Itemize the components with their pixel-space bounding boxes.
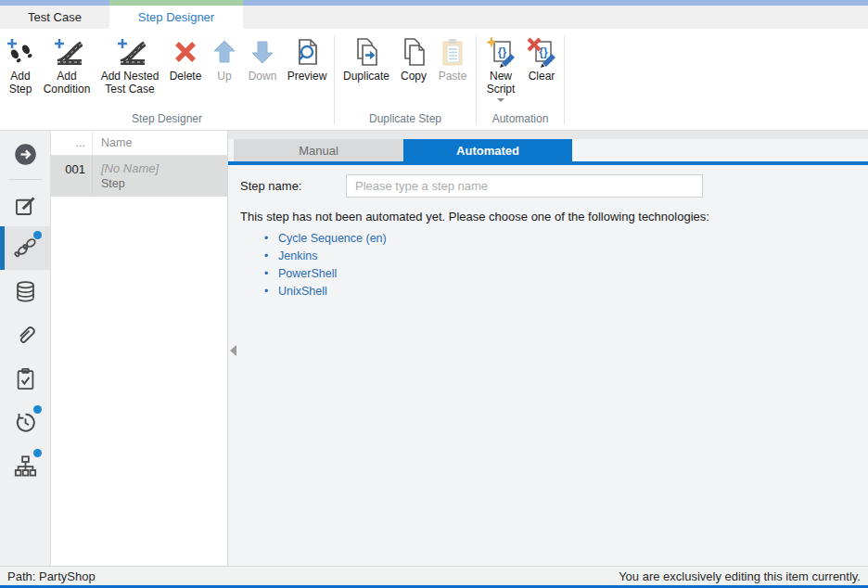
delete-label: Delete xyxy=(170,70,202,83)
content-pane: Manual Automated Step name: This step ha… xyxy=(228,131,868,566)
history-icon xyxy=(13,410,38,435)
list-item: • PowerShell xyxy=(264,267,868,280)
technology-link-unixshell[interactable]: UnixShell xyxy=(278,285,327,298)
add-step-label: Add Step xyxy=(3,70,38,96)
sidebar-item-checklist[interactable] xyxy=(0,357,50,401)
notification-badge xyxy=(33,449,42,457)
technology-link-powershell[interactable]: PowerShell xyxy=(278,267,337,280)
sidebar-item-navigate[interactable] xyxy=(0,131,50,177)
list-item: • Jenkins xyxy=(264,249,868,262)
delete-button[interactable]: Delete xyxy=(164,36,207,83)
new-script-label: New Script xyxy=(479,70,522,96)
content-tab-padding xyxy=(228,131,868,139)
notification-badge xyxy=(33,405,42,414)
step-list: ... Name 001 [No Name] Step xyxy=(51,131,228,566)
column-header-name[interactable]: Name xyxy=(93,131,227,155)
up-label: Up xyxy=(217,70,231,83)
magnifier-document-icon xyxy=(291,36,323,68)
clear-script-button[interactable]: {} Clear xyxy=(522,36,561,83)
sidebar-item-history[interactable] xyxy=(0,401,50,444)
red-x-icon xyxy=(170,36,201,68)
window-tab-row: Test Case Step Designer xyxy=(0,6,868,29)
arrow-down-icon xyxy=(247,36,278,68)
new-script-button[interactable]: {} New Script xyxy=(479,36,522,102)
copy-label: Copy xyxy=(401,70,427,83)
notification-badge xyxy=(33,231,42,239)
ribbon-group-label: Automation xyxy=(477,112,564,130)
ribbon-group-duplicate-step: Duplicate Copy xyxy=(335,29,476,130)
copy-documents-icon xyxy=(398,36,429,68)
add-step-button[interactable]: Add Step xyxy=(3,36,38,96)
footsteps-plus-icon xyxy=(5,36,36,68)
ribbon-group-automation: {} New Script {} xyxy=(477,29,564,130)
hierarchy-icon xyxy=(13,454,38,479)
branch-plus-icon xyxy=(51,36,83,68)
step-type-label: Step xyxy=(101,177,227,190)
sidebar-divider xyxy=(8,179,42,180)
left-sidebar xyxy=(0,131,51,566)
sidebar-item-edit[interactable] xyxy=(0,185,50,226)
down-label: Down xyxy=(249,70,277,83)
sidebar-item-data[interactable] xyxy=(0,270,50,313)
tab-automated[interactable]: Automated xyxy=(403,139,572,161)
script-clear-icon: {} xyxy=(526,36,557,68)
add-nested-test-case-label: Add Nested Test Case xyxy=(96,70,164,96)
ribbon-group-label: Duplicate Step xyxy=(335,112,476,130)
duplicate-label: Duplicate xyxy=(343,70,389,83)
add-nested-test-case-button[interactable]: Add Nested Test Case xyxy=(96,36,164,96)
step-name-placeholder-text: [No Name] xyxy=(101,161,227,175)
step-name-label: Step name: xyxy=(240,179,346,193)
clipboard-paste-icon xyxy=(437,36,468,68)
up-button: Up xyxy=(207,36,242,83)
status-edit-message: You are exclusively editing this item cu… xyxy=(619,569,861,583)
list-item: • UnixShell xyxy=(264,285,868,298)
ribbon-separator xyxy=(564,36,565,124)
duplicate-document-icon xyxy=(351,36,382,68)
ribbon-group-label: Step Designer xyxy=(0,112,334,130)
accent-underline xyxy=(228,161,868,165)
content-tab-row: Manual Automated xyxy=(228,139,868,161)
paste-label: Paste xyxy=(439,70,467,83)
footsteps-icon xyxy=(13,236,38,261)
step-name-input[interactable] xyxy=(346,174,703,198)
branch-plus-icon xyxy=(114,36,146,68)
arrow-circle-icon xyxy=(13,142,38,167)
arrow-up-icon xyxy=(209,36,240,68)
dropdown-arrow-icon[interactable] xyxy=(497,98,504,102)
bullet-icon: • xyxy=(264,249,278,262)
list-item: • Cycle Sequence (en) xyxy=(264,232,868,245)
automation-message: This step has not been automated yet. Pl… xyxy=(240,210,868,224)
ribbon: Add Step Add Condition xyxy=(0,29,868,131)
duplicate-button[interactable]: Duplicate xyxy=(338,36,395,83)
technology-link-jenkins[interactable]: Jenkins xyxy=(278,249,317,262)
sidebar-item-steps[interactable] xyxy=(0,226,50,270)
tab-test-case[interactable]: Test Case xyxy=(0,6,109,29)
paperclip-icon xyxy=(13,323,38,348)
tab-step-designer[interactable]: Step Designer xyxy=(109,6,243,29)
technology-list: • Cycle Sequence (en) • Jenkins • PowerS… xyxy=(264,232,868,302)
technology-link-cycle-sequence[interactable]: Cycle Sequence (en) xyxy=(278,232,387,245)
column-header-number[interactable]: ... xyxy=(51,131,93,155)
step-list-header: ... Name xyxy=(51,131,227,156)
strip-segment-blue xyxy=(243,0,868,6)
script-new-icon: {} xyxy=(485,36,517,68)
edit-icon xyxy=(13,194,38,219)
sidebar-item-hierarchy[interactable] xyxy=(0,444,50,488)
paste-button: Paste xyxy=(432,36,473,83)
sidebar-item-attachments[interactable] xyxy=(0,313,50,357)
database-icon xyxy=(13,279,38,304)
add-condition-label: Add Condition xyxy=(38,70,96,96)
bullet-icon: • xyxy=(264,267,278,280)
clear-script-label: Clear xyxy=(529,70,555,83)
step-row-selected[interactable]: 001 [No Name] Step xyxy=(51,156,227,197)
collapse-panel-arrow-icon[interactable] xyxy=(230,345,236,356)
status-bar: Path: PartyShop You are exclusively edit… xyxy=(0,566,868,585)
preview-button[interactable]: Preview xyxy=(283,36,331,83)
tab-manual[interactable]: Manual xyxy=(234,139,403,161)
down-button: Down xyxy=(242,36,283,83)
status-path: Path: PartyShop xyxy=(7,569,96,583)
copy-button[interactable]: Copy xyxy=(395,36,432,83)
clipboard-check-icon xyxy=(13,366,38,391)
preview-label: Preview xyxy=(287,70,327,83)
add-condition-button[interactable]: Add Condition xyxy=(38,36,96,96)
